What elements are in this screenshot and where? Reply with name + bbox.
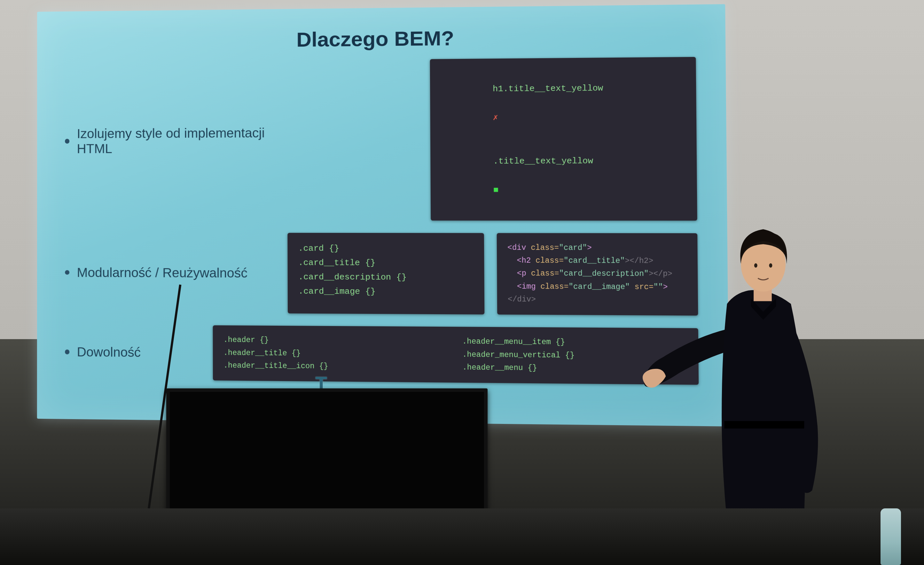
bullet-dot-icon (64, 270, 69, 275)
code: .card {} (298, 243, 339, 253)
slide-title: Dlaczego BEM? (64, 24, 695, 53)
projector-screen: Dlaczego BEM? Izolujemy style od impleme… (37, 4, 729, 426)
bullet-dot-icon (64, 139, 69, 143)
code-box-selector-compare: h1.title__text_yellow ✗ .title__text_yel… (430, 57, 697, 221)
code-line: <p class="card__description"></p> (507, 267, 687, 281)
code-line: <h2 class="card__title"></h2> (507, 255, 687, 268)
code: .card__title {} (298, 258, 375, 268)
water-bottle (880, 508, 901, 565)
bullet-freedom-text: Dowolność (77, 344, 141, 360)
code-box-html-card: <div class="card"> <h2 class="card__titl… (496, 233, 698, 316)
desk (0, 508, 924, 565)
code: .header__menu__item {} (462, 338, 565, 347)
code: .header__title {} (223, 349, 300, 358)
bullet-isolate: Izolujemy style od implementacji HTML (64, 125, 274, 156)
code-line: <img class="card__image" src=""> (507, 280, 687, 294)
bullet-freedom: Dowolność (64, 325, 201, 381)
presentation-photo: Dlaczego BEM? Izolujemy style od impleme… (0, 0, 924, 565)
code: .header_menu_vertical {} (462, 350, 574, 360)
slide-row-isolate: Izolujemy style od implementacji HTML h1… (64, 57, 697, 221)
slide-row-modular: Modularność / Reużywalność .card {} .car… (64, 233, 698, 316)
code-box-css-card: .card {} .card__title {} .card__descript… (287, 233, 484, 315)
code-box-header-classes: .header {} .header__menu__item {} .heade… (213, 326, 699, 385)
code-line: h1.title__text_yellow ✗ (440, 66, 686, 140)
good-selector: .title__text_yellow (493, 156, 593, 166)
bullet-dot-icon (64, 350, 69, 355)
code-line: .title__text_yellow ■ (441, 139, 686, 212)
bullet-isolate-text: Izolujemy style od implementacji HTML (77, 125, 274, 156)
code: .header__menu {} (462, 364, 537, 373)
slide-row-freedom: Dowolność .header {} .header__menu__item… (64, 325, 699, 385)
cross-icon: ✗ (493, 113, 498, 123)
code-line: <div class="card"> (507, 242, 687, 255)
code-line: </div> (508, 293, 687, 307)
bullet-modular: Modularność / Reużywalność (64, 233, 275, 314)
code: .header {} (223, 336, 268, 344)
code: .card__description {} (298, 272, 406, 282)
code: .header__title__icon {} (223, 362, 328, 371)
check-icon: ■ (493, 185, 498, 195)
bullet-modular-text: Modularność / Reużywalność (77, 265, 248, 281)
bad-selector: h1.title__text_yellow (493, 83, 603, 94)
code: .card__image {} (298, 287, 375, 297)
